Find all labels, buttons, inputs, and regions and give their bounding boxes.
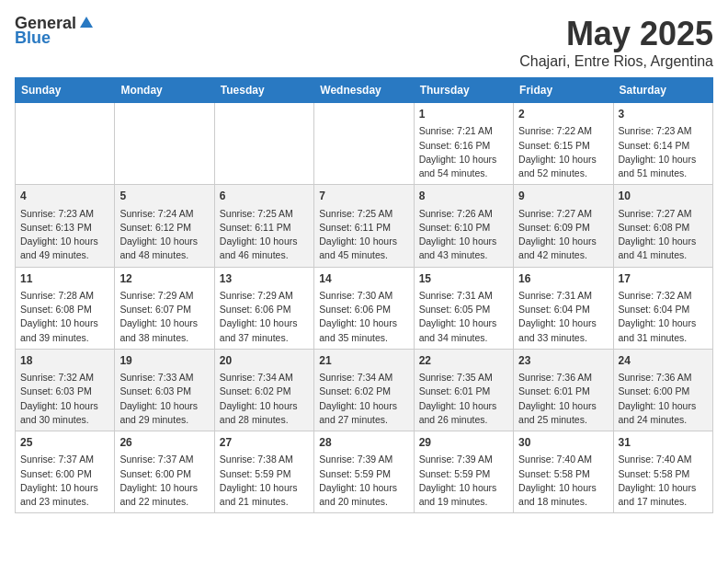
cell-text: Daylight: 10 hours bbox=[220, 235, 309, 248]
calendar-cell: 2Sunrise: 7:22 AMSunset: 6:15 PMDaylight… bbox=[514, 103, 613, 185]
cell-text: and 43 minutes. bbox=[419, 248, 508, 262]
calendar-cell: 22Sunrise: 7:35 AMSunset: 6:01 PMDayligh… bbox=[414, 349, 513, 431]
cell-text: Daylight: 10 hours bbox=[20, 235, 109, 248]
day-number: 15 bbox=[419, 271, 508, 287]
cell-text: Daylight: 10 hours bbox=[119, 481, 209, 495]
cell-text: Sunset: 6:07 PM bbox=[119, 303, 209, 316]
cell-text: Sunset: 6:02 PM bbox=[220, 385, 309, 398]
day-number: 3 bbox=[619, 107, 708, 122]
cell-text: Sunrise: 7:29 AM bbox=[119, 289, 209, 303]
cell-text: Sunset: 6:15 PM bbox=[518, 139, 608, 153]
day-number: 10 bbox=[619, 189, 708, 204]
calendar-cell: 5Sunrise: 7:24 AMSunset: 6:12 PMDaylight… bbox=[115, 185, 214, 267]
calendar-cell: 28Sunrise: 7:39 AMSunset: 5:59 PMDayligh… bbox=[314, 431, 414, 513]
cell-text: Daylight: 10 hours bbox=[419, 153, 508, 167]
cell-text: and 41 minutes. bbox=[619, 248, 708, 262]
calendar-cell: 4Sunrise: 7:23 AMSunset: 6:13 PMDaylight… bbox=[16, 185, 115, 267]
cell-text: Sunrise: 7:36 AM bbox=[619, 371, 708, 385]
cell-text: Sunrise: 7:32 AM bbox=[619, 289, 708, 303]
calendar-cell: 14Sunrise: 7:30 AMSunset: 6:06 PMDayligh… bbox=[314, 267, 414, 349]
cell-text: Sunrise: 7:29 AM bbox=[220, 289, 309, 303]
calendar-cell: 13Sunrise: 7:29 AMSunset: 6:06 PMDayligh… bbox=[214, 267, 313, 349]
weekday-header: Monday bbox=[115, 78, 214, 103]
cell-text: and 20 minutes. bbox=[319, 495, 408, 509]
cell-text: Sunrise: 7:21 AM bbox=[419, 124, 508, 138]
cell-text: Daylight: 10 hours bbox=[319, 399, 408, 413]
cell-text: and 42 minutes. bbox=[518, 248, 608, 262]
day-number: 23 bbox=[518, 353, 608, 369]
day-number: 8 bbox=[419, 189, 508, 204]
cell-text: and 21 minutes. bbox=[220, 495, 309, 509]
day-number: 31 bbox=[619, 435, 708, 451]
cell-text: Sunrise: 7:37 AM bbox=[119, 453, 209, 466]
day-number: 1 bbox=[419, 107, 508, 122]
cell-text: Sunset: 6:10 PM bbox=[419, 221, 508, 235]
cell-text: Sunrise: 7:23 AM bbox=[619, 124, 708, 138]
cell-text: Sunset: 6:02 PM bbox=[319, 385, 408, 398]
cell-text: and 22 minutes. bbox=[119, 495, 209, 509]
cell-text: and 24 minutes. bbox=[619, 413, 708, 427]
day-number: 12 bbox=[119, 271, 209, 287]
page-header: General Blue May 2025 Chajari, Entre Rio… bbox=[15, 15, 713, 70]
cell-text: and 25 minutes. bbox=[518, 413, 608, 427]
calendar-cell bbox=[214, 103, 313, 185]
cell-text: Sunset: 5:58 PM bbox=[619, 467, 708, 481]
day-number: 26 bbox=[119, 435, 209, 451]
cell-text: and 35 minutes. bbox=[319, 331, 408, 345]
cell-text: and 48 minutes. bbox=[119, 248, 209, 262]
cell-text: Daylight: 10 hours bbox=[419, 316, 508, 330]
cell-text: Sunrise: 7:36 AM bbox=[518, 371, 608, 385]
calendar-week-row: 1Sunrise: 7:21 AMSunset: 6:16 PMDaylight… bbox=[16, 103, 713, 185]
day-number: 2 bbox=[518, 107, 608, 122]
cell-text: and 28 minutes. bbox=[220, 413, 309, 427]
cell-text: Sunrise: 7:25 AM bbox=[220, 207, 309, 221]
cell-text: and 26 minutes. bbox=[419, 413, 508, 427]
cell-text: Sunrise: 7:40 AM bbox=[619, 453, 708, 466]
cell-text: and 38 minutes. bbox=[119, 331, 209, 345]
cell-text: Sunset: 6:03 PM bbox=[20, 385, 109, 398]
cell-text: and 17 minutes. bbox=[619, 495, 708, 509]
day-number: 5 bbox=[119, 189, 209, 204]
cell-text: Sunrise: 7:38 AM bbox=[220, 453, 309, 466]
cell-text: Daylight: 10 hours bbox=[419, 481, 508, 495]
weekday-header: Wednesday bbox=[314, 78, 414, 103]
day-number: 9 bbox=[518, 189, 608, 204]
day-number: 22 bbox=[419, 353, 508, 369]
cell-text: Daylight: 10 hours bbox=[619, 153, 708, 167]
calendar-cell: 16Sunrise: 7:31 AMSunset: 6:04 PMDayligh… bbox=[514, 267, 613, 349]
cell-text: Sunset: 6:01 PM bbox=[518, 385, 608, 398]
cell-text: Daylight: 10 hours bbox=[619, 399, 708, 413]
cell-text: Sunset: 6:06 PM bbox=[220, 303, 309, 316]
cell-text: and 52 minutes. bbox=[518, 167, 608, 180]
calendar-cell: 30Sunrise: 7:40 AMSunset: 5:58 PMDayligh… bbox=[514, 431, 613, 513]
cell-text: Sunset: 6:12 PM bbox=[119, 221, 209, 235]
day-number: 28 bbox=[319, 435, 408, 451]
calendar-table: SundayMondayTuesdayWednesdayThursdayFrid… bbox=[15, 77, 713, 513]
cell-text: Sunset: 6:00 PM bbox=[119, 467, 209, 481]
cell-text: Daylight: 10 hours bbox=[518, 235, 608, 248]
cell-text: and 18 minutes. bbox=[518, 495, 608, 509]
day-number: 11 bbox=[20, 271, 109, 287]
day-number: 14 bbox=[319, 271, 408, 287]
logo-icon bbox=[78, 15, 95, 31]
weekday-header: Tuesday bbox=[214, 78, 313, 103]
cell-text: Sunrise: 7:40 AM bbox=[518, 453, 608, 466]
calendar-cell: 23Sunrise: 7:36 AMSunset: 6:01 PMDayligh… bbox=[514, 349, 613, 431]
cell-text: Sunrise: 7:35 AM bbox=[419, 371, 508, 385]
cell-text: Sunset: 6:14 PM bbox=[619, 139, 708, 153]
cell-text: Sunrise: 7:24 AM bbox=[119, 207, 209, 221]
calendar-cell: 3Sunrise: 7:23 AMSunset: 6:14 PMDaylight… bbox=[613, 103, 712, 185]
cell-text: and 23 minutes. bbox=[20, 495, 109, 509]
day-number: 4 bbox=[20, 189, 109, 204]
cell-text: Daylight: 10 hours bbox=[619, 235, 708, 248]
calendar-cell: 11Sunrise: 7:28 AMSunset: 6:08 PMDayligh… bbox=[16, 267, 115, 349]
calendar-cell: 17Sunrise: 7:32 AMSunset: 6:04 PMDayligh… bbox=[613, 267, 712, 349]
logo-blue: Blue bbox=[15, 29, 51, 46]
cell-text: Sunrise: 7:33 AM bbox=[119, 371, 209, 385]
calendar-body: 1Sunrise: 7:21 AMSunset: 6:16 PMDaylight… bbox=[16, 103, 713, 513]
calendar-cell bbox=[115, 103, 214, 185]
cell-text: and 45 minutes. bbox=[319, 248, 408, 262]
cell-text: Daylight: 10 hours bbox=[20, 481, 109, 495]
calendar-cell: 18Sunrise: 7:32 AMSunset: 6:03 PMDayligh… bbox=[16, 349, 115, 431]
cell-text: and 19 minutes. bbox=[419, 495, 508, 509]
